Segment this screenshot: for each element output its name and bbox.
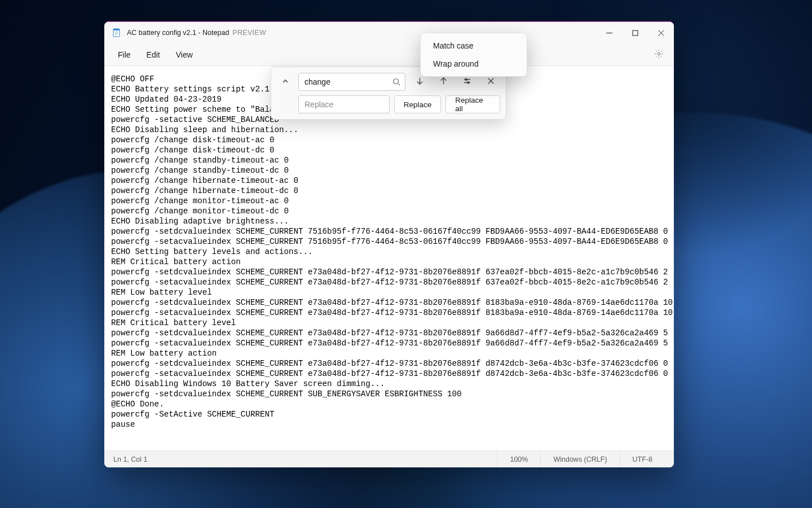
find-options-flyout: Match case Wrap around: [420, 33, 527, 77]
svg-point-16: [465, 78, 467, 80]
arrow-down-icon: [416, 77, 424, 87]
titlebar[interactable]: AC battery config v2.1 - Notepad PREVIEW: [104, 22, 674, 43]
svg-rect-1: [113, 29, 120, 30]
menu-edit[interactable]: Edit: [139, 47, 168, 63]
maximize-button[interactable]: [622, 22, 648, 43]
collapse-replace-toggle[interactable]: [277, 73, 294, 91]
window-controls: [596, 22, 674, 43]
menu-view[interactable]: View: [168, 47, 201, 63]
status-zoom[interactable]: 100%: [497, 451, 540, 467]
svg-line-11: [398, 84, 400, 86]
gear-icon: [654, 49, 664, 60]
replace-input[interactable]: [299, 96, 389, 113]
close-button[interactable]: [648, 22, 674, 43]
find-input[interactable]: [299, 73, 405, 90]
minimize-button[interactable]: [596, 22, 622, 43]
replace-input-wrap: [298, 95, 390, 113]
svg-point-10: [394, 79, 399, 84]
arrow-up-icon: [439, 77, 448, 87]
menu-file[interactable]: File: [110, 47, 139, 63]
close-icon: [487, 77, 495, 87]
search-icon: [392, 78, 400, 86]
text-editor[interactable]: @ECHO OFF ECHO Battery settings script v…: [104, 66, 674, 450]
svg-rect-6: [633, 30, 638, 36]
replace-button[interactable]: Replace: [394, 95, 442, 113]
statusbar: Ln 1, Col 1 100% Windows (CRLF) UTF-8: [104, 450, 674, 467]
status-encoding: UTF-8: [620, 451, 665, 467]
menubar: File Edit View: [104, 43, 674, 66]
option-match-case[interactable]: Match case: [421, 37, 527, 55]
preview-tag: PREVIEW: [232, 29, 266, 37]
chevron-up-icon: [282, 77, 289, 87]
window-title: AC battery config v2.1 - Notepad: [127, 29, 229, 37]
status-cursor-position: Ln 1, Col 1: [113, 451, 160, 467]
svg-point-9: [657, 52, 660, 55]
svg-point-17: [467, 81, 469, 83]
status-line-ending: Windows (CRLF): [540, 451, 619, 467]
sliders-icon: [463, 77, 471, 87]
find-input-wrap: [298, 73, 405, 91]
notepad-app-icon: [112, 28, 121, 37]
replace-all-button[interactable]: Replace all: [445, 95, 500, 113]
option-wrap-around[interactable]: Wrap around: [421, 55, 527, 73]
settings-button[interactable]: [649, 45, 668, 64]
